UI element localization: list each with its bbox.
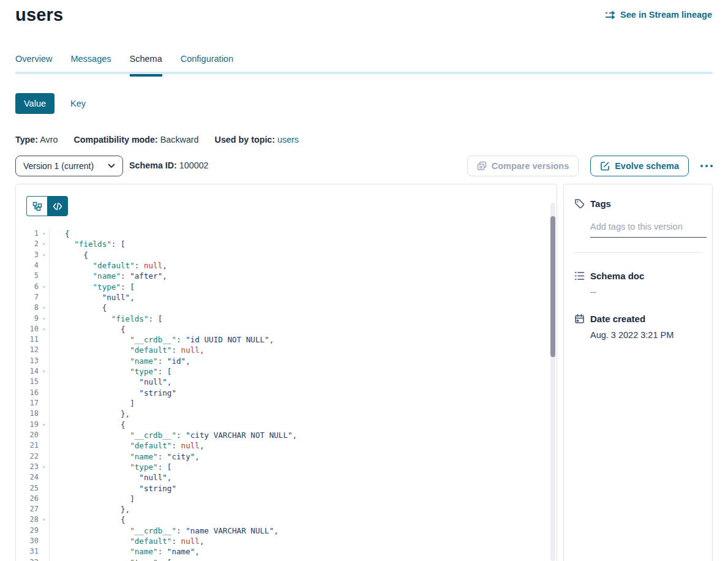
fold-arrow-icon[interactable]: ▾ — [39, 420, 49, 430]
line-number: 27 — [16, 504, 39, 514]
schema-page: users See in Stream lineage Overview Mes… — [0, 0, 728, 561]
see-in-stream-lineage-link[interactable]: See in Stream lineage — [605, 9, 712, 20]
fold-gutter — [39, 536, 49, 546]
tab-messages[interactable]: Messages — [70, 54, 111, 74]
chevron-down-icon — [108, 162, 115, 170]
date-created-value: Aug. 3 2022 3:21 PM — [590, 330, 702, 340]
code-text: { — [50, 514, 126, 525]
fold-arrow-icon[interactable]: ▾ — [39, 239, 49, 249]
fold-arrow-icon[interactable]: ▾ — [39, 282, 49, 292]
schema-editor-panel: 1▾{2▾ "fields": [3▾ {4 "default": null,5… — [15, 184, 557, 561]
schema-id-value: 100002 — [179, 160, 209, 170]
stream-lineage-icon — [605, 9, 616, 20]
evolve-schema-button[interactable]: Evolve schema — [590, 156, 689, 176]
line-number: 16 — [16, 388, 39, 398]
key-toggle-button[interactable]: Key — [70, 99, 86, 108]
code-view-button[interactable] — [47, 196, 68, 216]
code-text: ] — [50, 398, 135, 409]
code-line: 3▾ { — [16, 250, 548, 260]
code-line: 4 "default": null, — [16, 260, 548, 271]
line-number: 6 — [16, 282, 39, 292]
code-line: 24 "null", — [16, 472, 548, 483]
tags-input-wrap — [590, 221, 707, 238]
tree-view-button[interactable] — [26, 196, 47, 216]
code-text: "default": null, — [50, 260, 167, 271]
code-line: 18 }, — [16, 409, 548, 419]
code-line: 14▾ "type": [ — [16, 366, 548, 377]
line-number: 3 — [16, 250, 39, 260]
code-text: "name": "name", — [50, 546, 200, 557]
line-number: 5 — [16, 271, 39, 281]
code-text: "null", — [50, 292, 135, 303]
line-number: 22 — [16, 451, 39, 462]
schema-code-editor[interactable]: 1▾{2▾ "fields": [3▾ {4 "default": null,5… — [16, 228, 548, 561]
code-text: "type": [ — [50, 366, 171, 377]
version-actions: Compare versions Evolve schema — [467, 156, 713, 176]
code-line: 11 "__crdb__": "id UUID NOT NULL", — [16, 334, 548, 345]
fold-arrow-icon[interactable]: ▾ — [39, 462, 49, 472]
code-text: "string" — [50, 483, 176, 494]
topic-link[interactable]: users — [277, 135, 299, 145]
fold-arrow-icon[interactable]: ▾ — [39, 324, 49, 334]
fold-arrow-icon[interactable]: ▾ — [39, 314, 49, 324]
fold-gutter — [39, 271, 49, 281]
code-line: 23▾ "type": [ — [16, 462, 548, 472]
code-line: 28▾ { — [16, 514, 548, 525]
code-line: 19▾ { — [16, 420, 548, 430]
fold-arrow-icon[interactable]: ▾ — [39, 366, 49, 377]
editor-scrollbar-track[interactable] — [550, 203, 555, 561]
schema-doc-header: Schema doc — [574, 270, 702, 281]
line-number: 24 — [16, 472, 39, 483]
code-line: 1▾{ — [16, 228, 548, 239]
line-number: 9 — [16, 314, 39, 324]
code-line: 10▾ { — [16, 324, 548, 334]
code-line: 25 "string" — [16, 483, 548, 494]
compare-versions-button[interactable]: Compare versions — [467, 156, 579, 176]
tab-schema[interactable]: Schema — [130, 54, 162, 74]
fold-gutter — [39, 472, 49, 483]
code-line: 31 "name": "name", — [16, 546, 548, 557]
fold-gutter — [39, 345, 49, 355]
version-select[interactable]: Version 1 (current) — [15, 156, 123, 176]
more-options-button[interactable] — [700, 162, 713, 170]
tab-overview[interactable]: Overview — [15, 54, 52, 74]
fold-arrow-icon[interactable]: ▾ — [39, 250, 49, 260]
compare-versions-label: Compare versions — [492, 161, 569, 171]
edit-icon — [600, 161, 610, 171]
line-number: 1 — [16, 228, 39, 239]
line-number: 31 — [16, 546, 39, 557]
code-line: 26 ] — [16, 494, 548, 504]
tags-title: Tags — [590, 198, 611, 209]
fold-gutter — [39, 260, 49, 271]
fold-arrow-icon[interactable]: ▾ — [39, 303, 49, 313]
lineage-link-label: See in Stream lineage — [620, 10, 712, 20]
editor-scrollbar-thumb[interactable] — [550, 216, 555, 357]
code-text: "name": "after", — [50, 271, 167, 281]
line-number: 10 — [16, 324, 39, 334]
code-line: 8▾ { — [16, 303, 548, 313]
fold-arrow-icon[interactable]: ▾ — [39, 228, 49, 239]
code-line: 20 "__crdb__": "city VARCHAR NOT NULL", — [16, 430, 548, 440]
tag-icon — [574, 198, 585, 209]
code-line: 15 "null", — [16, 377, 548, 387]
fold-arrow-icon[interactable]: ▾ — [39, 557, 49, 561]
line-number: 25 — [16, 483, 39, 494]
schema-doc-value: -- — [590, 287, 702, 297]
tab-configuration[interactable]: Configuration — [181, 54, 233, 74]
value-toggle-button[interactable]: Value — [15, 93, 54, 114]
topic-label: Used by topic: — [215, 135, 276, 145]
tags-input[interactable] — [590, 222, 707, 238]
line-number: 17 — [16, 398, 39, 409]
schema-id-label: Schema ID: — [129, 160, 177, 170]
line-number: 14 — [16, 366, 39, 377]
schema-doc-section: Schema doc -- — [574, 270, 702, 297]
schema-id: Schema ID: 100002 — [129, 160, 209, 170]
fold-gutter — [39, 525, 49, 536]
code-line: 6▾ "type": [ — [16, 282, 548, 292]
code-line: 2▾ "fields": [ — [16, 239, 548, 249]
fold-gutter — [39, 398, 49, 409]
fold-arrow-icon[interactable]: ▾ — [39, 514, 49, 525]
line-number: 23 — [16, 462, 39, 472]
version-bar: Version 1 (current) Schema ID: 100002 Co… — [15, 156, 713, 176]
line-number: 26 — [16, 494, 39, 504]
